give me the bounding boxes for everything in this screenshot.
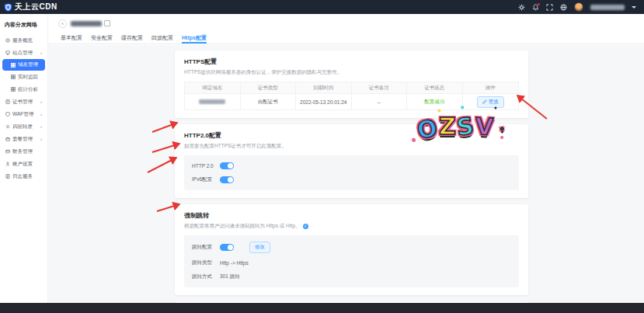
username-redacted[interactable] [590, 5, 625, 10]
tab-origin-config[interactable]: 回源配置 [151, 34, 173, 43]
http2-toggle-label: HTTP 2.0 [192, 163, 215, 169]
app-root: 天上云CDN 内容分发网络 服务概览 [0, 0, 644, 313]
replace-cert-label: 更换 [489, 99, 499, 106]
grid-icon [11, 75, 16, 79]
sidebar-item-realtime-trace[interactable]: 实时追踪 [0, 71, 47, 83]
tab-https-config[interactable]: Https配置 [182, 34, 207, 43]
sidebar-item-label: 财务管理 [12, 148, 33, 155]
cell-domain [185, 94, 241, 110]
avatar[interactable] [574, 2, 583, 12]
sidebar: 内容分发网络 服务概览 站点管理 ∧ 域名管理 实时追踪 统计分析 证书管理 ∨ [0, 14, 48, 303]
sidebar-item-label: 日志服务 [12, 173, 33, 180]
sidebar-item-waf-management[interactable]: WAF管理 ∨ [0, 108, 47, 120]
redirect-mode-row: 跳转方式 301 跳转 [192, 273, 511, 281]
section-desc: HTTPS提供对网络服务器的身份认证，保护交换数据的隐私与完整性。 [184, 69, 519, 76]
sidebar-item-account-settings[interactable]: 账户设置 [0, 158, 47, 170]
chevron-down-icon: ∨ [40, 100, 43, 104]
ipv6-toggle-label: IPv6配置 [192, 176, 215, 183]
sidebar-item-log-service[interactable]: 日志服务 [0, 170, 47, 183]
col-cert-type: 证书类型 [241, 82, 297, 93]
sidebar-item-label: 实时追踪 [18, 74, 38, 81]
overview-icon [5, 38, 10, 43]
tab-bar: 基本配置 安全配置 缓存配置 回源配置 Https配置 [48, 34, 644, 44]
copy-icon[interactable] [106, 22, 110, 26]
sidebar-item-cert-management[interactable]: 证书管理 ∨ [0, 96, 47, 108]
brand-name: 天上云CDN [15, 2, 57, 12]
cell-action: 更换 [463, 94, 519, 110]
language-icon[interactable] [560, 4, 567, 11]
redirect-type-label: 跳转类型 [192, 259, 215, 266]
col-remark: 证书备注 [352, 82, 408, 93]
redirect-mode-label: 跳转方式 [192, 273, 215, 280]
col-domain: 绑定域名 [185, 82, 241, 93]
grid-icon [11, 87, 16, 92]
site-icon [5, 50, 10, 55]
cert-table: 绑定域名 证书类型 到期时间 证书备注 证书状态 操作 自配证书 2022-05… [184, 82, 519, 110]
notification-badge [538, 3, 540, 5]
col-action: 操作 [463, 82, 519, 93]
section-desc: 如需要先配置HTTPS证书才可开启此项配置。 [184, 143, 519, 150]
sidebar-item-site-management[interactable]: 站点管理 ∧ [0, 47, 47, 59]
chevron-down-icon: ∨ [40, 137, 43, 141]
sidebar-item-l4-forward[interactable]: 四层转发 ∨ [0, 120, 47, 133]
redirect-settings-box: 跳转配置 修改 跳转类型 Http -> Https 跳转方式 301 跳转 [184, 235, 519, 287]
section-title: 强制跳转 [184, 211, 519, 220]
redirect-desc-text: 根据配置将用户访问请求强制跳转为 Https 或 Http。 [184, 223, 301, 230]
http2-toggle-group: HTTP 2.0 IPv6配置 [184, 155, 519, 190]
breadcrumb: ‹ [58, 19, 110, 28]
status-badge: 配置成功 [407, 94, 463, 110]
redirect-toggle[interactable] [220, 244, 234, 251]
domain-redacted [199, 99, 225, 104]
brand-shield-icon [4, 3, 12, 12]
chevron-up-icon: ∧ [40, 51, 43, 55]
tab-cache-config[interactable]: 缓存配置 [121, 34, 143, 43]
tab-basic-config[interactable]: 基本配置 [61, 34, 82, 43]
topbar: 天上云CDN [0, 0, 644, 14]
http2-toggle[interactable] [220, 162, 234, 169]
edit-pencil-icon [482, 99, 487, 104]
col-expire-time: 到期时间 [296, 82, 352, 93]
table-row: 自配证书 2022-05-13 20:01:24 -- 配置成功 更换 [185, 94, 518, 110]
section-title: HTTP2.0配置 [184, 131, 519, 140]
sidebar-item-domain-management[interactable]: 域名管理 [2, 59, 45, 71]
account-icon [5, 162, 10, 166]
sidebar-item-service-overview[interactable]: 服务概览 [0, 34, 47, 47]
replace-cert-button[interactable]: 更换 [477, 96, 504, 108]
sidebar-item-package-management[interactable]: 套餐管理 ∨ [0, 133, 47, 145]
modify-redirect-button[interactable]: 修改 [249, 242, 270, 253]
cell-cert-type: 自配证书 [241, 94, 297, 110]
redirect-toggle-row: 跳转配置 修改 [192, 242, 511, 253]
grid-icon [11, 63, 16, 68]
cell-expire-time: 2022-05-13 20:01:24 [296, 94, 352, 110]
main-content: ‹ 基本配置 安全配置 缓存配置 回源配置 Https配置 HTTPS配置 HT… [48, 14, 644, 303]
sidebar-item-statistics[interactable]: 统计分析 [0, 83, 47, 96]
ipv6-toggle[interactable] [220, 176, 234, 183]
notification-bell-icon[interactable] [532, 4, 539, 11]
sidebar-title: 内容分发网络 [0, 14, 47, 34]
sidebar-item-label: 统计分析 [18, 86, 38, 93]
redirect-mode-value: 301 跳转 [220, 273, 240, 280]
sidebar-item-finance-management[interactable]: 财务管理 [0, 145, 47, 158]
section-title: HTTPS配置 [184, 57, 519, 66]
content-area: HTTPS配置 HTTPS提供对网络服务器的身份认证，保护交换数据的隐私与完整性… [48, 45, 644, 303]
back-button[interactable]: ‹ [58, 19, 67, 28]
package-icon [5, 137, 10, 141]
col-status: 证书状态 [407, 82, 463, 93]
forward-icon [5, 124, 10, 129]
fullscreen-icon[interactable] [546, 4, 553, 11]
sidebar-item-label: 服务概览 [12, 37, 33, 44]
sidebar-item-label: 套餐管理 [12, 136, 33, 143]
cert-icon [5, 99, 10, 104]
http2-config-card: HTTP2.0配置 如需要先配置HTTPS证书才可开启此项配置。 HTTP 2.… [175, 124, 528, 198]
gear-icon[interactable] [518, 4, 525, 11]
cell-remark: -- [352, 94, 408, 110]
redirect-type-row: 跳转类型 Http -> Https [192, 259, 511, 267]
chevron-down-icon: ∨ [40, 125, 43, 129]
section-desc: 根据配置将用户访问请求强制跳转为 Https 或 Http。 i [184, 223, 519, 230]
ipv6-toggle-row: IPv6配置 [192, 176, 511, 184]
info-icon[interactable]: i [303, 224, 308, 229]
tab-security-config[interactable]: 安全配置 [91, 34, 113, 43]
chevron-down-icon[interactable] [632, 6, 636, 9]
chevron-down-icon: ∨ [40, 113, 43, 117]
sidebar-item-label: 站点管理 [12, 50, 33, 57]
